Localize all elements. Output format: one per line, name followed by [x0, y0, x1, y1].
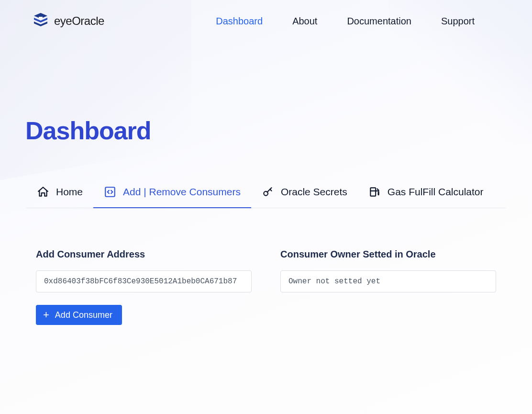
nav-documentation[interactable]: Documentation: [347, 16, 411, 27]
svg-rect-4: [105, 187, 115, 197]
add-consumer-button-label: Add Consumer: [55, 310, 112, 320]
nav-dashboard[interactable]: Dashboard: [216, 16, 263, 27]
key-icon: [262, 186, 274, 198]
svg-marker-3: [39, 17, 43, 19]
svg-rect-6: [370, 188, 376, 196]
tab-home[interactable]: Home: [26, 186, 93, 208]
tab-label: Home: [56, 186, 83, 198]
tab-label: Gas FulFill Calculator: [388, 186, 484, 198]
home-icon: [37, 186, 49, 198]
logo-icon: [31, 12, 50, 30]
nav-support[interactable]: Support: [441, 16, 475, 27]
add-consumer-button[interactable]: + Add Consumer: [36, 305, 122, 325]
owner-panel: Consumer Owner Setted in Oracle Owner no…: [280, 249, 496, 325]
header: eyeOracle Dashboard About Documentation …: [0, 0, 532, 35]
content-area: Add Consumer Address + Add Consumer Cons…: [0, 208, 532, 325]
plus-icon: +: [43, 310, 49, 320]
add-consumer-panel: Add Consumer Address + Add Consumer: [36, 249, 252, 325]
owner-label: Consumer Owner Setted in Oracle: [280, 249, 496, 260]
tab-label: Add | Remove Consumers: [123, 186, 241, 198]
tabs: Home Add | Remove Consumers Oracle Secre…: [26, 186, 506, 208]
tab-gas-fulfill-calculator[interactable]: Gas FulFill Calculator: [358, 186, 494, 208]
add-consumer-label: Add Consumer Address: [36, 249, 252, 260]
owner-value: Owner not setted yet: [280, 270, 496, 292]
tab-oracle-secrets[interactable]: Oracle Secrets: [251, 186, 358, 208]
main-nav: Dashboard About Documentation Support: [216, 16, 475, 27]
code-box-icon: [104, 186, 116, 198]
logo-text: eyeOracle: [54, 14, 104, 28]
consumer-address-input[interactable]: [36, 270, 252, 292]
tab-label: Oracle Secrets: [281, 186, 347, 198]
tab-add-remove-consumers[interactable]: Add | Remove Consumers: [93, 186, 251, 208]
gas-pump-icon: [368, 186, 381, 198]
page-title: Dashboard: [0, 35, 532, 145]
nav-about[interactable]: About: [292, 16, 317, 27]
logo[interactable]: eyeOracle: [31, 12, 104, 30]
